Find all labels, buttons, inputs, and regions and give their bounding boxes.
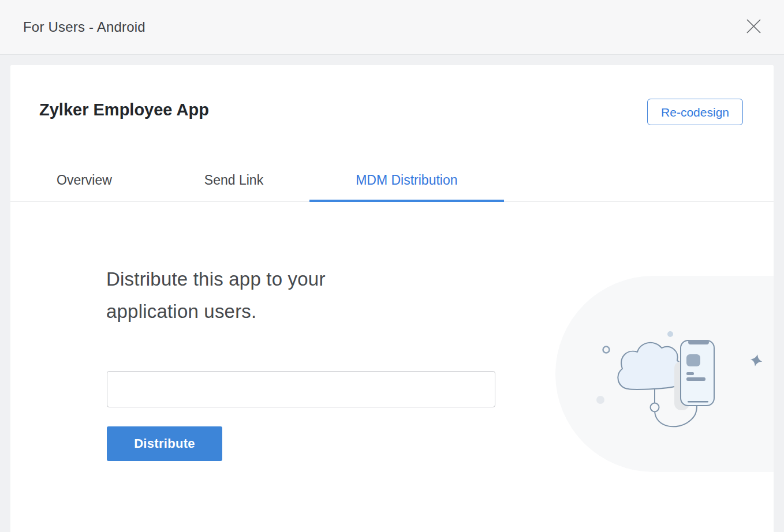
app-card: Zylker Employee App Re-codesign Overview…: [10, 65, 774, 532]
connector-node-icon: [651, 403, 659, 412]
close-icon: [746, 18, 761, 36]
open-dot-icon: [603, 347, 610, 353]
modal-body: Zylker Employee App Re-codesign Overview…: [0, 55, 784, 532]
modal-header: For Users - Android: [0, 0, 784, 55]
tab-mdm-distribution[interactable]: MDM Distribution: [309, 159, 503, 201]
modal-title: For Users - Android: [23, 19, 145, 35]
home-indicator: [688, 401, 708, 403]
tab-send-link[interactable]: Send Link: [158, 159, 309, 201]
close-button[interactable]: [744, 17, 763, 37]
small-dot-icon: [667, 331, 673, 337]
cloud-to-phone-illustration: [555, 276, 774, 472]
recodesign-button[interactable]: Re-codesign: [647, 99, 743, 125]
tab-overview[interactable]: Overview: [10, 159, 158, 201]
distribute-button[interactable]: Distribute: [107, 426, 222, 461]
distribution-target-input[interactable]: [107, 371, 495, 407]
phone-notch: [688, 340, 709, 344]
card-header: Zylker Employee App Re-codesign: [10, 65, 774, 125]
phone-icon: [681, 340, 714, 406]
connector-curve: [655, 406, 697, 426]
app-title: Zylker Employee App: [39, 99, 209, 121]
tab-bar: Overview Send Link MDM Distribution: [10, 159, 774, 202]
text-bar-short: [686, 372, 694, 375]
panel-heading: Distribute this app to your application …: [106, 263, 406, 328]
mdm-distribution-panel: Distribute this app to your application …: [10, 202, 774, 532]
cloud-icon: [618, 343, 683, 389]
app-icon: [686, 354, 700, 366]
text-bar-long: [686, 377, 705, 381]
cloud-phone-sync-icon: [555, 276, 774, 472]
sparkle-icon: [749, 353, 764, 368]
large-dot-icon: [596, 396, 604, 404]
